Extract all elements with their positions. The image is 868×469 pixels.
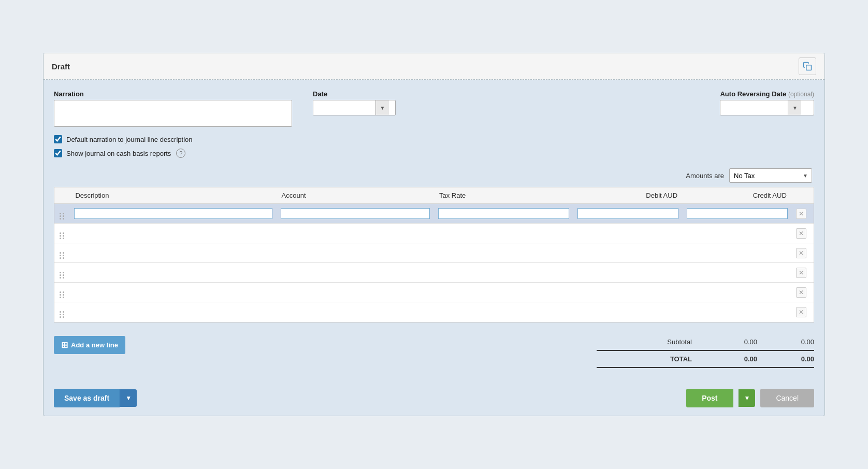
delete-row-button[interactable]: ✕ — [796, 287, 806, 298]
credit-cell — [683, 263, 792, 283]
credit-input[interactable] — [687, 228, 788, 238]
debit-cell — [573, 283, 683, 302]
table-row: ✕ — [54, 204, 814, 224]
date-dropdown-arrow[interactable]: ▼ — [375, 100, 389, 115]
checkbox-row-2: Show journal on cash basis reports ? — [54, 149, 814, 158]
account-input[interactable] — [281, 268, 430, 277]
account-input[interactable] — [281, 248, 430, 258]
credit-input[interactable] — [687, 287, 788, 297]
checkbox-row-1: Default narration to journal line descri… — [54, 135, 814, 143]
credit-cell — [683, 243, 792, 263]
description-input[interactable] — [74, 307, 272, 317]
tax-rate-input[interactable] — [438, 208, 569, 219]
add-new-line-button[interactable]: ⊞ Add a new line — [54, 336, 125, 354]
narration-group: Narration — [54, 90, 292, 127]
delete-cell: ✕ — [792, 204, 814, 224]
col-header-debit: Debit AUD — [573, 187, 683, 204]
date-input[interactable] — [313, 100, 375, 115]
optional-text: (optional) — [788, 91, 814, 98]
account-cell — [277, 243, 434, 263]
description-cell — [70, 224, 276, 243]
table-row: ✕ — [54, 224, 814, 243]
table-row: ✕ — [54, 243, 814, 263]
debit-cell — [573, 263, 683, 283]
delete-row-button[interactable]: ✕ — [796, 228, 806, 239]
description-cell — [70, 283, 276, 302]
save-as-draft-button[interactable]: Save as draft — [54, 389, 120, 407]
show-journal-label[interactable]: Show journal on cash basis reports — [66, 150, 171, 157]
copy-button[interactable] — [799, 57, 816, 75]
debit-cell — [573, 204, 683, 224]
total-divider-bottom — [597, 367, 814, 368]
account-cell — [277, 283, 434, 302]
default-narration-label[interactable]: Default narration to journal line descri… — [66, 136, 193, 143]
debit-input[interactable] — [577, 248, 678, 258]
cancel-button[interactable]: Cancel — [760, 389, 814, 407]
col-header-tax-rate: Tax Rate — [434, 187, 573, 204]
checkboxes-group: Default narration to journal line descri… — [54, 135, 814, 158]
description-input[interactable] — [74, 248, 272, 258]
tax-rate-cell — [434, 263, 573, 283]
table-row: ✕ — [54, 263, 814, 283]
drag-handle[interactable] — [54, 263, 70, 283]
debit-input[interactable] — [577, 307, 678, 317]
reversing-inner: ▼ — [720, 100, 801, 115]
amounts-row: Amounts are No Tax Tax Exclusive Tax Inc… — [54, 168, 814, 183]
drag-handle[interactable] — [54, 283, 70, 302]
credit-input[interactable] — [687, 248, 788, 258]
debit-cell — [573, 224, 683, 243]
description-input[interactable] — [74, 228, 272, 238]
credit-input[interactable] — [687, 307, 788, 317]
account-input[interactable] — [281, 287, 430, 297]
delete-row-button[interactable]: ✕ — [796, 209, 806, 219]
debit-input[interactable] — [577, 208, 678, 219]
description-input[interactable] — [74, 208, 272, 219]
auto-reversing-label: Auto Reversing Date (optional) — [720, 90, 814, 98]
delete-cell: ✕ — [792, 263, 814, 283]
post-dropdown-button[interactable]: ▼ — [739, 389, 756, 407]
date-select-container: ▼ — [313, 100, 396, 115]
narration-input[interactable] — [54, 100, 292, 127]
account-input[interactable] — [281, 307, 430, 317]
post-button[interactable]: Post — [686, 389, 733, 407]
account-input[interactable] — [281, 228, 430, 238]
description-cell — [70, 243, 276, 263]
help-icon[interactable]: ? — [176, 149, 185, 158]
amounts-select[interactable]: No Tax Tax Exclusive Tax Inclusive — [729, 168, 812, 183]
add-line-label: Add a new line — [71, 341, 118, 349]
delete-row-button[interactable]: ✕ — [796, 248, 806, 258]
debit-input[interactable] — [577, 287, 678, 297]
amounts-label: Amounts are — [686, 172, 724, 180]
drag-handle[interactable] — [54, 243, 70, 263]
save-draft-dropdown-button[interactable]: ▼ — [120, 389, 137, 407]
account-cell — [277, 302, 434, 322]
journal-table-container: Description Account Tax Rate Debit AUD C… — [54, 187, 814, 323]
auto-reversing-input[interactable] — [720, 100, 788, 115]
delete-row-button[interactable]: ✕ — [796, 268, 806, 278]
total-row: TOTAL 0.00 0.00 — [597, 353, 814, 365]
drag-handle[interactable] — [54, 302, 70, 322]
tax-rate-input[interactable] — [438, 248, 569, 258]
debit-input[interactable] — [577, 268, 678, 277]
svg-rect-0 — [806, 65, 812, 70]
description-input[interactable] — [74, 268, 272, 277]
description-cell — [70, 302, 276, 322]
account-input[interactable] — [281, 208, 430, 219]
tax-rate-input[interactable] — [438, 228, 569, 238]
credit-input[interactable] — [687, 208, 788, 219]
credit-input[interactable] — [687, 268, 788, 277]
drag-handle[interactable] — [54, 204, 70, 224]
default-narration-checkbox[interactable] — [54, 135, 62, 143]
tax-rate-input[interactable] — [438, 268, 569, 277]
modal-header: Draft — [44, 53, 824, 80]
auto-reversing-dropdown-arrow[interactable]: ▼ — [788, 100, 801, 115]
tax-rate-input[interactable] — [438, 287, 569, 297]
delete-cell: ✕ — [792, 243, 814, 263]
tax-rate-input[interactable] — [438, 307, 569, 317]
delete-row-button[interactable]: ✕ — [796, 307, 806, 317]
drag-handle[interactable] — [54, 224, 70, 243]
show-journal-checkbox[interactable] — [54, 149, 62, 157]
description-input[interactable] — [74, 287, 272, 297]
debit-input[interactable] — [577, 228, 678, 238]
subtotal-label: Subtotal — [628, 338, 700, 346]
